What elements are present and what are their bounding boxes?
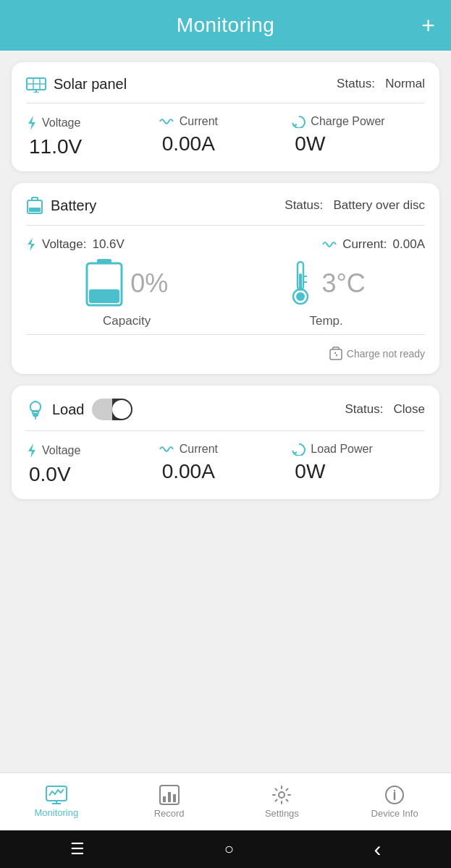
load-card: Load Status: Close Voltage [12, 386, 439, 499]
load-current-value: 0.00A [159, 460, 215, 483]
load-card-header: Load Status: Close [26, 399, 425, 420]
load-toggle[interactable] [92, 399, 132, 420]
svg-rect-36 [168, 792, 171, 802]
solar-voltage-label: Voltage [42, 116, 80, 129]
solar-voltage-value: 11.0V [26, 135, 82, 158]
battery-small-icon [26, 196, 43, 215]
battery-capacity-item: 0% Capacity [85, 259, 168, 328]
solar-status: Status: Normal [337, 77, 425, 91]
page-title: Monitoring [177, 14, 275, 37]
svg-point-38 [279, 792, 284, 798]
svg-point-29 [35, 418, 36, 420]
solar-voltage-metric: Voltage 11.0V [26, 115, 159, 158]
battery-capacity-label: Capacity [103, 314, 151, 328]
nav-settings[interactable]: Settings [256, 785, 307, 819]
battery-voltage-inline: Voltage: 10.6V [26, 237, 125, 252]
load-icon [26, 399, 45, 420]
solar-metrics: Voltage 11.0V Current 0.00A [26, 115, 425, 158]
battery-status: Status: Battery over disc [284, 198, 425, 213]
load-voltage-icon [26, 443, 38, 459]
monitoring-icon [46, 786, 67, 804]
battery-current-label: Current: [342, 237, 387, 252]
load-current-icon [159, 443, 175, 455]
load-current-label: Current [180, 443, 218, 456]
battery-capacity-value: 0% [130, 268, 168, 299]
solar-current-metric: Current 0.00A [159, 115, 292, 156]
sys-back-button[interactable]: ‹ [374, 837, 381, 861]
load-status-value: Close [394, 402, 425, 416]
load-status: Status: Close [345, 402, 425, 417]
solar-power-metric: Charge Power 0W [292, 115, 425, 156]
battery-card: Battery Status: Battery over disc Voltag… [12, 183, 439, 374]
solar-card-header-left: Solar panel [26, 75, 127, 93]
load-voltage-value: 0.0V [26, 463, 71, 486]
load-power-icon [292, 443, 306, 456]
svg-marker-6 [28, 116, 35, 130]
main-content: Solar panel Status: Normal Voltage 11.0V [0, 51, 451, 761]
battery-status-prefix: Status: [284, 198, 323, 212]
solar-power-label: Charge Power [311, 115, 384, 128]
load-header-left: Load [26, 399, 132, 420]
charge-power-icon [292, 115, 306, 128]
system-nav-bar: ☰ ○ ‹ [0, 830, 451, 868]
load-status-prefix: Status: [345, 402, 383, 416]
svg-rect-18 [299, 273, 302, 291]
battery-card-header-left: Battery [26, 196, 96, 215]
charge-not-ready-row: Charge not ready [26, 346, 425, 361]
load-power-label: Load Power [311, 443, 372, 456]
nav-device-info[interactable]: Device Info [369, 785, 420, 819]
battery-divider [26, 225, 425, 226]
toggle-knob [112, 400, 131, 419]
load-metrics: Voltage 0.0V Current 0.00A [26, 443, 425, 486]
svg-rect-31 [46, 786, 67, 801]
load-current-metric: Current 0.00A [159, 443, 292, 483]
solar-current-label: Current [180, 115, 218, 128]
solar-power-value: 0W [292, 132, 325, 156]
load-voltage-metric: Voltage 0.0V [26, 443, 159, 486]
nav-record-label: Record [154, 808, 185, 819]
svg-marker-30 [28, 443, 35, 458]
add-button[interactable]: + [421, 14, 435, 37]
battery-current-inline: Current: 0.00A [322, 237, 425, 252]
load-voltage-label: Voltage [42, 444, 80, 457]
battery-card-header: Battery Status: Battery over disc [26, 196, 425, 215]
settings-icon [271, 785, 292, 805]
battery-temp-label: Temp. [309, 314, 342, 328]
battery-temp-item: 3°C Temp. [287, 259, 365, 328]
thermometer-icon [287, 259, 314, 308]
battery-bottom-divider [26, 334, 425, 335]
solar-card: Solar panel Status: Normal Voltage 11.0V [12, 62, 439, 171]
battery-big-icon [85, 259, 123, 308]
load-power-value: 0W [292, 460, 325, 483]
battery-status-value: Battery over disc [333, 198, 425, 212]
header: Monitoring + [0, 0, 451, 51]
charge-not-ready-text: Charge not ready [347, 348, 425, 359]
battery-vc-row: Voltage: 10.6V Current: 0.00A [26, 237, 425, 252]
solar-panel-icon [26, 75, 46, 93]
solar-status-value: Normal [385, 77, 425, 90]
nav-monitoring-label: Monitoring [35, 807, 79, 818]
load-divider [26, 430, 425, 431]
svg-point-19 [296, 292, 305, 301]
svg-point-41 [394, 790, 395, 791]
bottom-nav: Monitoring Record Settings Device Info [0, 773, 451, 830]
svg-marker-12 [28, 238, 35, 251]
solar-card-header: Solar panel Status: Normal [26, 75, 425, 93]
nav-monitoring[interactable]: Monitoring [31, 786, 82, 818]
battery-label: Battery [51, 197, 96, 214]
battery-voltage-value: 10.6V [92, 237, 124, 252]
svg-rect-15 [89, 289, 119, 303]
sys-home-button[interactable]: ○ [224, 840, 234, 859]
load-power-metric: Load Power 0W [292, 443, 425, 483]
nav-record[interactable]: Record [144, 785, 195, 819]
charge-not-ready-icon [329, 346, 342, 361]
sys-menu-button[interactable]: ☰ [70, 840, 85, 859]
device-info-icon [385, 785, 404, 805]
battery-voltage-icon [26, 237, 36, 252]
voltage-icon [26, 115, 38, 131]
battery-big-row: 0% Capacity 3°C Temp. [26, 259, 425, 328]
battery-current-value: 0.00A [393, 237, 425, 252]
svg-rect-26 [33, 412, 38, 414]
solar-status-prefix: Status: [337, 77, 375, 90]
solar-current-value: 0.00A [159, 132, 215, 156]
